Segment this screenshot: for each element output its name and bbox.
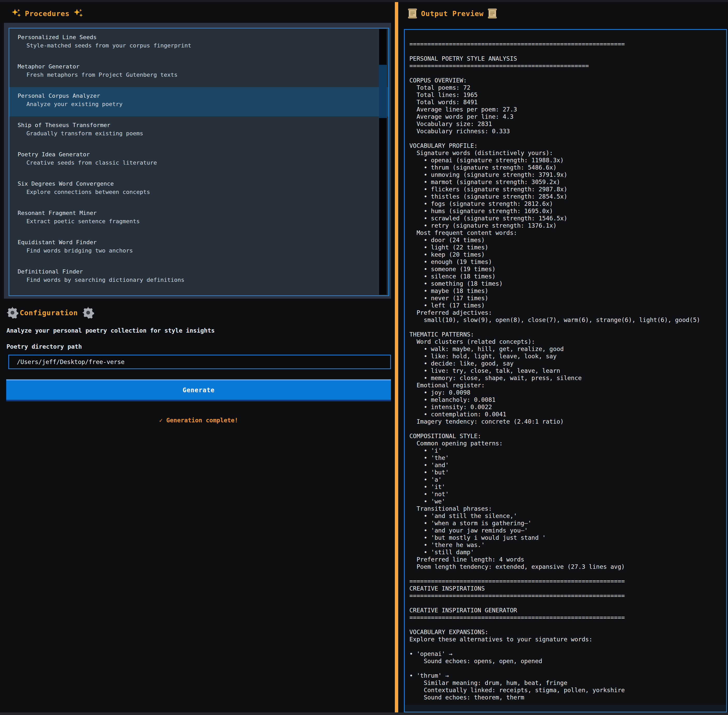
poetry-directory-path-input[interactable]	[8, 354, 391, 369]
procedure-description: Explore connections between concepts	[26, 188, 388, 196]
list-item-poetry-idea-generator[interactable]: Poetry Idea Generator Creative seeds fro…	[9, 146, 388, 175]
list-item-metaphor-generator[interactable]: Metaphor Generator Fresh metaphors from …	[9, 58, 388, 87]
procedure-title: Definitional Finder	[18, 267, 388, 276]
scroll-icon	[407, 8, 419, 20]
path-field-label: Poetry directory path	[6, 343, 82, 350]
list-item-personalized-line-seeds[interactable]: Personalized Line Seeds Style-matched se…	[9, 29, 388, 58]
gear-icon	[81, 306, 95, 320]
window-top-strip	[0, 0, 728, 2]
output-preview-header-label: Output Preview	[421, 10, 484, 18]
list-item-resonant-fragment-miner[interactable]: Resonant Fragment Miner Extract poetic s…	[9, 204, 388, 234]
list-scrollbar-thumb[interactable]	[379, 65, 387, 118]
procedures-header-label: Procedures	[25, 10, 70, 18]
output-preview-header: Output Preview	[404, 7, 501, 20]
procedure-title: Metaphor Generator	[18, 62, 388, 71]
list-item-six-degrees-word-convergence[interactable]: Six Degrees Word Convergence Explore con…	[9, 175, 388, 204]
procedure-description: Find words bridging two anchors	[26, 247, 388, 255]
procedure-title: Six Degrees Word Convergence	[18, 180, 388, 188]
procedure-description: Style-matched seeds from your corpus fin…	[26, 41, 388, 50]
sparkles-icon	[73, 8, 84, 19]
generate-button[interactable]: Generate	[6, 379, 391, 401]
output-horizontal-scrollbar[interactable]	[405, 705, 726, 712]
panel-divider-sash[interactable]	[395, 2, 398, 715]
procedure-list[interactable]: Personalized Line Seeds Style-matched se…	[9, 28, 389, 296]
output-preview-text[interactable]: ========================================…	[405, 30, 704, 701]
procedure-summary-text: Analyze your personal poetry collection …	[6, 327, 215, 334]
procedure-title: Personal Corpus Analyzer	[18, 92, 388, 100]
procedure-description: Creative seeds from classic literature	[26, 158, 388, 167]
procedure-description: Analyze your existing poetry	[26, 100, 388, 109]
procedure-title: Equidistant Word Finder	[18, 238, 388, 247]
procedure-description: Find words by searching dictionary defin…	[26, 276, 388, 284]
procedure-title: Ship of Theseus Transformer	[18, 121, 388, 129]
list-item-definitional-finder[interactable]: Definitional Finder Find words by search…	[9, 263, 388, 292]
list-item-personal-corpus-analyzer[interactable]: Personal Corpus Analyzer Analyze your ex…	[9, 87, 388, 116]
procedure-title: Resonant Fragment Miner	[18, 209, 388, 217]
list-scrollbar-track[interactable]	[379, 29, 387, 295]
sparkles-icon	[11, 8, 22, 19]
generation-status-text: ✓ Generation complete!	[159, 417, 238, 424]
status-row: ✓ Generation complete!	[6, 417, 391, 424]
procedures-header: Procedures	[8, 7, 87, 20]
output-preview-area[interactable]: ========================================…	[404, 29, 727, 712]
procedure-description: Extract poetic sentence fragments	[26, 217, 388, 226]
scroll-icon	[486, 8, 498, 20]
window-bottom-strip	[0, 712, 728, 715]
procedure-title: Personalized Line Seeds	[18, 33, 388, 41]
procedure-description: Fresh metaphors from Project Gutenberg t…	[26, 71, 388, 79]
configuration-header-label: Configuration	[20, 309, 78, 317]
list-item-equidistant-word-finder[interactable]: Equidistant Word Finder Find words bridg…	[9, 234, 388, 263]
list-item-ship-of-theseus-transformer[interactable]: Ship of Theseus Transformer Gradually tr…	[9, 116, 388, 146]
procedure-description: Gradually transform existing poems	[26, 129, 388, 138]
procedure-title: Poetry Idea Generator	[18, 150, 388, 158]
gear-icon	[6, 306, 19, 320]
configuration-header: Configuration	[6, 305, 95, 320]
